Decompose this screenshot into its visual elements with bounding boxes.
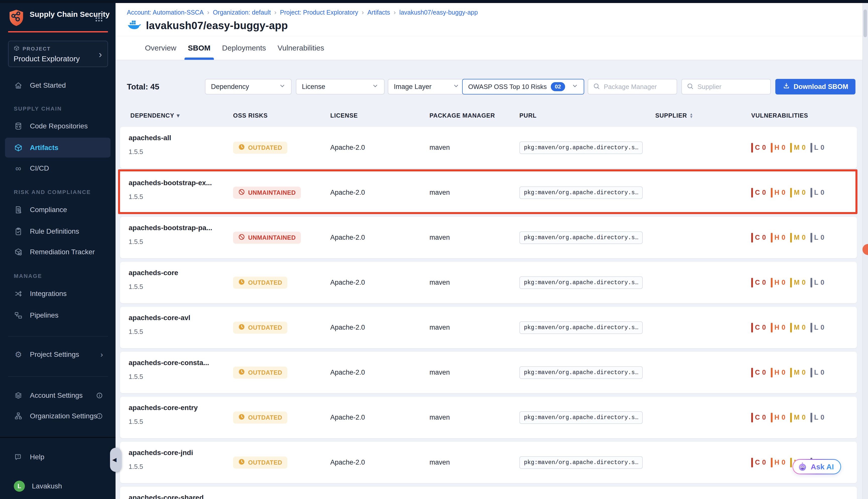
dependency-name[interactable]: apacheds-core-jndi xyxy=(128,449,193,457)
sidebar-collapse-handle[interactable]: ◀ xyxy=(110,448,122,472)
image-layer-filter-select[interactable]: Image Layer xyxy=(388,79,466,95)
table-row[interactable]: apacheds-core-jndi 1.5.5 OUTDATED Apache… xyxy=(120,442,857,483)
purl-value[interactable]: pkg:maven/org.apache.directory.s… xyxy=(519,142,643,154)
table-row[interactable]: apacheds-bootstrap-ex... 1.5.5 UNMAINTAI… xyxy=(120,172,857,213)
sidebar: Supply Chain Security PROJECT Product Ex… xyxy=(0,0,115,499)
breadcrumb-organization[interactable]: Organization: default xyxy=(213,9,271,16)
purl-value[interactable]: pkg:maven/org.apache.directory.s… xyxy=(519,366,643,379)
tab-vulnerabilities[interactable]: Vulnerabilities xyxy=(277,36,324,60)
table-rows: apacheds-all 1.5.5 OUTDATED Apache-2.0 m… xyxy=(120,127,857,499)
sidebar-item-cicd[interactable]: ∞ CI/CD xyxy=(5,160,111,176)
dependency-name[interactable]: apacheds-core-consta... xyxy=(128,359,209,367)
table-row[interactable]: apacheds-core-avl 1.5.5 OUTDATED Apache-… xyxy=(120,307,857,348)
sidebar-item-label: Code Repositories xyxy=(30,122,88,130)
sort-desc-icon[interactable]: ▾ xyxy=(177,112,180,119)
vuln-count-L: L0 xyxy=(810,413,825,422)
breadcrumb-artifact-name[interactable]: lavakush07/easy-buggy-app xyxy=(399,9,478,16)
download-icon xyxy=(783,82,790,92)
column-package-manager[interactable]: PACKAGE MANAGER xyxy=(430,112,519,119)
license-value: Apache-2.0 xyxy=(330,262,430,303)
column-supplier[interactable]: SUPPLIER▲▼ xyxy=(655,112,751,119)
sidebar-item-code-repositories[interactable]: Code Repositories xyxy=(5,118,111,134)
table-row[interactable]: apacheds-all 1.5.5 OUTDATED Apache-2.0 m… xyxy=(120,127,857,168)
column-license[interactable]: LICENSE xyxy=(330,112,430,119)
download-sbom-button[interactable]: Download SBOM xyxy=(775,79,855,95)
sidebar-item-get-started[interactable]: Get Started xyxy=(5,78,111,93)
column-vulnerabilities[interactable]: VULNERABILITIES xyxy=(751,112,857,119)
table-row[interactable]: apacheds-core-shared 1.5.5 OUTDATED Apac… xyxy=(120,487,857,499)
vulnerability-counts: C0H0M0L0 xyxy=(751,487,857,499)
dependency-version: 1.5.5 xyxy=(128,328,233,336)
sidebar-item-help[interactable]: ? Help xyxy=(5,449,111,465)
column-dependency[interactable]: DEPENDENCY▾ xyxy=(120,112,233,119)
vuln-count-H: H0 xyxy=(771,368,786,377)
scrollbar-thumb[interactable] xyxy=(864,10,867,37)
table-row[interactable]: apacheds-core 1.5.5 OUTDATED Apache-2.0 … xyxy=(120,262,857,303)
vuln-count-M: M0 xyxy=(790,368,806,377)
table-header: DEPENDENCY▾ OSS RISKS LICENSE PACKAGE MA… xyxy=(120,112,857,119)
tab-overview[interactable]: Overview xyxy=(145,36,176,60)
sidebar-item-compliance[interactable]: Compliance xyxy=(5,202,111,218)
dependency-name[interactable]: apacheds-core-shared xyxy=(128,494,204,499)
purl-value[interactable]: pkg:maven/org.apache.directory.s… xyxy=(519,186,643,199)
tab-bar: Overview SBOM Deployments Vulnerabilitie… xyxy=(115,36,863,60)
sidebar-item-pipelines[interactable]: Pipelines xyxy=(5,307,111,323)
banned-icon xyxy=(238,188,245,197)
sidebar-item-integrations[interactable]: Integrations xyxy=(5,286,111,302)
dependency-filter-select[interactable]: Dependency xyxy=(205,79,292,95)
purl-value[interactable]: pkg:maven/org.apache.directory.s… xyxy=(519,456,643,469)
oss-risk-badge: UNMAINTAINED xyxy=(233,187,301,199)
purl-value[interactable]: pkg:maven/org.apache.directory.s… xyxy=(519,411,643,424)
owasp-filter-select[interactable]: OWASP OSS Top 10 Risks 02 xyxy=(462,79,584,95)
purl-value[interactable]: pkg:maven/org.apache.directory.s… xyxy=(519,231,643,244)
package-manager-search-input[interactable] xyxy=(604,83,672,91)
module-grid-icon[interactable] xyxy=(95,14,103,23)
user-menu[interactable]: L Lavakush xyxy=(5,478,111,495)
purl-value[interactable]: pkg:maven/org.apache.directory.s… xyxy=(519,276,643,289)
oss-risk-badge: OUTDATED xyxy=(233,367,287,379)
dependency-name[interactable]: apacheds-core-entry xyxy=(128,404,198,412)
column-oss-risks[interactable]: OSS RISKS xyxy=(233,112,330,119)
license-value: Apache-2.0 xyxy=(330,397,430,438)
sidebar-item-project-settings[interactable]: ⚙ Project Settings › xyxy=(5,347,111,362)
supplier-value xyxy=(655,352,751,393)
chevron-sep-icon: › xyxy=(207,9,210,16)
vuln-count-C: C0 xyxy=(751,143,766,153)
sidebar-item-organization-settings[interactable]: Organization Settings xyxy=(5,408,111,424)
chevron-down-icon xyxy=(279,83,286,91)
vuln-count-H: H0 xyxy=(771,413,786,422)
table-row[interactable]: apacheds-bootstrap-pa... 1.5.5 UNMAINTAI… xyxy=(120,217,857,258)
oss-risk-badge: OUTDATED xyxy=(233,142,287,154)
sidebar-item-account-settings[interactable]: Account Settings xyxy=(5,388,111,403)
breadcrumb-project[interactable]: Project: Product Exploratory xyxy=(280,9,358,16)
breadcrumb-account[interactable]: Account: Automation-SSCA xyxy=(127,9,204,16)
column-purl[interactable]: PURL xyxy=(519,112,655,119)
breadcrumb-artifacts[interactable]: Artifacts xyxy=(368,9,390,16)
package-manager-value: maven xyxy=(430,397,519,438)
license-value: Apache-2.0 xyxy=(330,217,430,258)
dependency-name[interactable]: apacheds-core-avl xyxy=(128,314,190,322)
cube-icon xyxy=(14,143,23,152)
purl-value[interactable]: pkg:maven/org.apache.directory.s… xyxy=(519,321,643,334)
package-manager-search xyxy=(588,79,677,95)
dependency-name[interactable]: apacheds-bootstrap-ex... xyxy=(128,179,212,187)
supplier-search-input[interactable] xyxy=(697,83,766,91)
sidebar-item-artifacts[interactable]: Artifacts xyxy=(5,138,111,158)
sidebar-item-remediation-tracker[interactable]: Remediation Tracker xyxy=(5,244,111,260)
table-row[interactable]: apacheds-core-entry 1.5.5 OUTDATED Apach… xyxy=(120,397,857,438)
dependency-name[interactable]: apacheds-core xyxy=(128,269,178,277)
ask-ai-button[interactable]: Ask AI xyxy=(792,459,841,474)
vuln-count-L: L0 xyxy=(810,323,825,332)
sidebar-item-label: Help xyxy=(30,453,45,461)
table-row[interactable]: apacheds-core-consta... 1.5.5 OUTDATED A… xyxy=(120,352,857,393)
sidebar-item-rule-definitions[interactable]: Rule Definitions xyxy=(5,223,111,239)
oss-risk-badge: OUTDATED xyxy=(233,412,287,424)
dependency-name[interactable]: apacheds-bootstrap-pa... xyxy=(128,224,212,232)
sort-icon[interactable]: ▲▼ xyxy=(690,113,693,118)
tab-deployments[interactable]: Deployments xyxy=(222,36,266,60)
dependency-name[interactable]: apacheds-all xyxy=(128,134,171,142)
project-selector[interactable]: PROJECT Product Exploratory › xyxy=(8,41,108,67)
project-name: Product Exploratory xyxy=(14,54,102,63)
license-filter-select[interactable]: License xyxy=(296,79,385,95)
tab-sbom[interactable]: SBOM xyxy=(188,36,210,60)
